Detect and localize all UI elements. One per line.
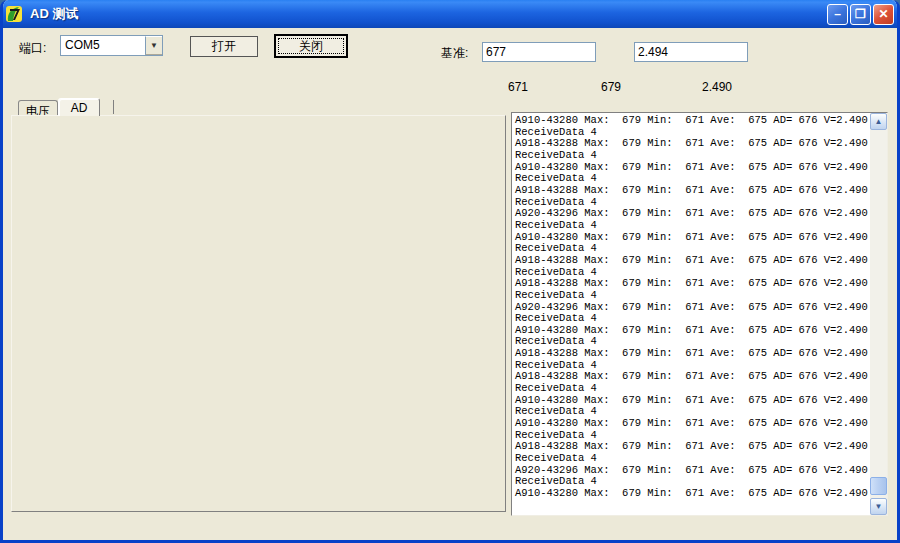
reference-label: 基准: — [441, 45, 468, 62]
app-icon — [6, 5, 24, 23]
window-title: AD 测试 — [30, 5, 825, 23]
close-window-button[interactable]: ✕ — [873, 4, 894, 25]
tab-strip-divider — [113, 100, 114, 114]
open-button[interactable]: 打开 — [190, 36, 258, 57]
close-button[interactable]: 关闭 — [274, 34, 348, 58]
chevron-down-icon[interactable]: ▼ — [145, 36, 162, 55]
tab-voltage[interactable]: 电压 — [18, 100, 58, 116]
minimize-button[interactable]: – — [827, 4, 848, 25]
stat-max-value: 679 — [601, 80, 621, 94]
tab-page-ad — [11, 115, 506, 512]
log-text: A910-43280 Max: 679 Min: 671 Ave: 675 AD… — [515, 115, 868, 515]
log-scrollbar[interactable]: ▲ ▼ — [870, 113, 887, 515]
tab-ad[interactable]: AD — [58, 98, 100, 116]
stat-voltage-value: 2.490 — [702, 80, 732, 94]
log-textarea[interactable]: A910-43280 Max: 679 Min: 671 Ave: 675 AD… — [511, 112, 888, 516]
port-label: 端口: — [19, 40, 46, 57]
reference-ad-input[interactable]: 677 — [482, 42, 596, 62]
port-combobox-value: COM5 — [61, 36, 145, 55]
scroll-up-icon[interactable]: ▲ — [870, 113, 887, 130]
scrollbar-thumb[interactable] — [870, 477, 887, 495]
stat-min-value: 671 — [508, 80, 528, 94]
port-combobox[interactable]: COM5 ▼ — [60, 35, 163, 56]
maximize-button[interactable]: ❐ — [850, 4, 871, 25]
reference-v-input[interactable]: 2.494 — [634, 42, 748, 62]
app-window: AD 测试 – ❐ ✕ 端口: COM5 ▼ 打开 关闭 基准: 677 2.4… — [0, 0, 900, 543]
title-bar: AD 测试 – ❐ ✕ — [0, 0, 900, 28]
scroll-down-icon[interactable]: ▼ — [870, 498, 887, 515]
